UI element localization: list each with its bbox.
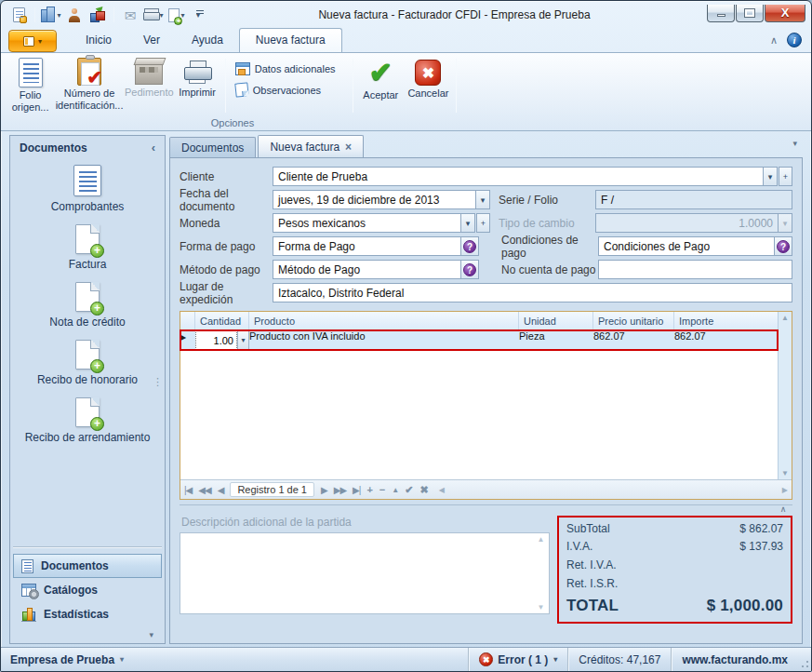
- export-icon[interactable]: [87, 6, 108, 24]
- website-link[interactable]: www.facturando.mx: [671, 648, 798, 671]
- unidad-cell[interactable]: Pieza: [519, 330, 593, 350]
- column-unidad[interactable]: Unidad: [519, 312, 593, 329]
- tab-inicio[interactable]: Inicio: [70, 29, 127, 52]
- sidebar-nav-documentos[interactable]: Documentos: [13, 554, 162, 578]
- scroll-down-icon[interactable]: ▼: [538, 603, 545, 612]
- datos-adicionales-button[interactable]: Datos adicionales: [235, 62, 343, 75]
- panel-collapse-icon[interactable]: ∧: [776, 504, 791, 515]
- error-indicator[interactable]: ✖ Error ( 1 ) ▾: [468, 648, 567, 671]
- column-precio-unitario[interactable]: Precio unitario: [593, 312, 674, 329]
- metodo-pago-help-button[interactable]: ?: [461, 260, 479, 279]
- invoice-form: Cliente Cliente de Prueba ▾ + Fecha del …: [169, 157, 803, 644]
- moneda-dropdown-button[interactable]: ▾: [461, 213, 475, 233]
- new-document-icon[interactable]: +▾: [166, 6, 187, 24]
- lugar-expedicion-input[interactable]: Iztacalco, Distrito Federal: [273, 283, 792, 302]
- nav-add-button[interactable]: +: [366, 484, 372, 495]
- nav-last-button[interactable]: ▶|: [353, 485, 360, 495]
- fecha-dropdown-button[interactable]: ▾: [476, 190, 490, 209]
- nav-delete-button[interactable]: −: [379, 484, 385, 495]
- nav-next-button[interactable]: ▶: [321, 485, 327, 495]
- app-document-icon[interactable]: [8, 6, 29, 24]
- maximize-button[interactable]: [736, 5, 764, 22]
- imprimir-button[interactable]: Imprimir: [174, 55, 221, 116]
- condiciones-pago-input[interactable]: Condiciones de Pago: [598, 236, 775, 256]
- grid-vertical-scrollbar[interactable]: ▲ ▼: [778, 312, 792, 479]
- descripcion-textarea[interactable]: ▲ ▼: [180, 532, 550, 614]
- fecha-input[interactable]: jueves, 19 de diciembre de 2013: [273, 190, 476, 209]
- forma-pago-help-button[interactable]: ?: [461, 236, 479, 256]
- tab-nueva-factura[interactable]: Nueva factura: [239, 28, 342, 52]
- scroll-down-icon[interactable]: ▼: [781, 469, 789, 477]
- sidebar-item-factura[interactable]: + Factura: [10, 224, 165, 271]
- cantidad-cell[interactable]: 1.00 ▾: [195, 330, 249, 350]
- sidebar-documentos: Documentos ‹ Comprobantes + Factura + No…: [9, 135, 166, 644]
- nav-first-button[interactable]: |◀: [184, 485, 192, 495]
- grid-horizontal-scrollbar[interactable]: ◀ ▶: [439, 486, 788, 494]
- tab-list-dropdown-icon[interactable]: ▾: [792, 139, 797, 148]
- tab-close-icon[interactable]: ×: [345, 141, 352, 154]
- user-icon[interactable]: [64, 6, 85, 24]
- forma-pago-input[interactable]: Forma de Pago: [273, 236, 461, 256]
- cancelar-button[interactable]: ✖ Cancelar: [405, 55, 452, 116]
- table-row[interactable]: ▶ 1.00 ▾ Producto con IVA incluido Pieza…: [180, 330, 778, 350]
- dropdown-icon[interactable]: ▾: [159, 11, 163, 20]
- tab-ayuda[interactable]: Ayuda: [176, 29, 239, 52]
- textarea-scrollbar[interactable]: ▲ ▼: [535, 535, 547, 612]
- application-menu-button[interactable]: ▾: [8, 30, 57, 52]
- customize-toolbar-icon[interactable]: [190, 6, 210, 24]
- sidebar-item-recibo-honorario[interactable]: + Recibo de honorario: [10, 340, 165, 386]
- nav-edit-button[interactable]: ▲: [392, 486, 398, 494]
- company-selector[interactable]: Empresa de Prueba ▾: [10, 653, 124, 666]
- cliente-dropdown-button[interactable]: ▾: [764, 167, 778, 186]
- cantidad-dropdown-icon[interactable]: ▾: [237, 330, 249, 350]
- producto-cell[interactable]: Producto con IVA incluido: [249, 330, 519, 350]
- sidebar-splitter-handle[interactable]: ⋮: [153, 380, 163, 383]
- tipo-cambio-label: Tipo de cambio: [499, 217, 595, 230]
- metodo-pago-input[interactable]: Método de Pago: [273, 260, 461, 279]
- print-icon[interactable]: ▾: [143, 6, 164, 24]
- minimize-button[interactable]: [707, 5, 735, 22]
- doc-tab-nueva-factura[interactable]: Nueva factura ×: [258, 135, 364, 157]
- moneda-input[interactable]: Pesos mexicanos: [273, 213, 461, 233]
- scroll-left-icon[interactable]: ◀: [439, 486, 445, 494]
- sidebar-item-comprobantes[interactable]: Comprobantes: [10, 165, 165, 213]
- dropdown-icon[interactable]: ▾: [57, 11, 60, 20]
- sidebar-nav-catalogos[interactable]: Catálogos: [13, 578, 162, 602]
- resize-grip[interactable]: [798, 648, 811, 671]
- tab-ver[interactable]: Ver: [127, 29, 176, 52]
- condiciones-pago-help-button[interactable]: ?: [775, 236, 792, 256]
- precio-unitario-cell[interactable]: 862.07: [593, 330, 674, 350]
- nav-prev-button[interactable]: ◀: [218, 485, 224, 495]
- column-producto[interactable]: Producto: [249, 312, 519, 329]
- observaciones-button[interactable]: Observaciones: [235, 83, 343, 97]
- scroll-up-icon[interactable]: ▲: [538, 535, 545, 544]
- nav-next-page-button[interactable]: ▶▶: [334, 485, 346, 495]
- grid-empty-area[interactable]: [180, 350, 778, 479]
- nav-prev-page-button[interactable]: ◀◀: [198, 485, 210, 495]
- ribbon-collapse-icon[interactable]: ∧: [770, 35, 778, 46]
- cliente-add-button[interactable]: +: [779, 167, 792, 186]
- no-cuenta-pago-input[interactable]: [598, 260, 792, 279]
- moneda-add-button[interactable]: +: [476, 213, 490, 233]
- cliente-input[interactable]: Cliente de Prueba: [273, 167, 764, 186]
- aceptar-button[interactable]: ✔ Aceptar: [357, 55, 405, 116]
- close-button[interactable]: X: [765, 5, 805, 22]
- numero-identificacion-button[interactable]: Número deidentificación...: [54, 55, 125, 116]
- column-cantidad[interactable]: Cantidad: [195, 312, 249, 329]
- nav-post-button[interactable]: ✔: [405, 484, 413, 496]
- email-icon[interactable]: ✉: [120, 6, 140, 24]
- scroll-up-icon[interactable]: ▲: [781, 314, 789, 322]
- sidebar-nav-estadisticas[interactable]: Estadísticas: [13, 602, 162, 626]
- importe-cell[interactable]: 862.07: [674, 330, 778, 350]
- folio-origen-button[interactable]: Folioorigen...: [7, 55, 54, 116]
- doc-tab-documentos[interactable]: Documentos: [169, 137, 256, 157]
- sidebar-item-recibo-arrendamiento[interactable]: + Recibo de arrendamiento: [10, 397, 165, 444]
- nav-cancel-button[interactable]: ✖: [419, 484, 428, 496]
- column-importe[interactable]: Importe: [674, 312, 792, 329]
- scroll-right-icon[interactable]: ▶: [782, 486, 788, 494]
- sidebar-item-nota-credito[interactable]: + Nota de crédito: [10, 282, 165, 329]
- companies-icon[interactable]: ▾: [41, 6, 61, 24]
- sidebar-more-icon[interactable]: ▾: [10, 628, 165, 643]
- help-info-icon[interactable]: i: [787, 33, 802, 47]
- sidebar-collapse-icon[interactable]: ‹: [152, 141, 155, 155]
